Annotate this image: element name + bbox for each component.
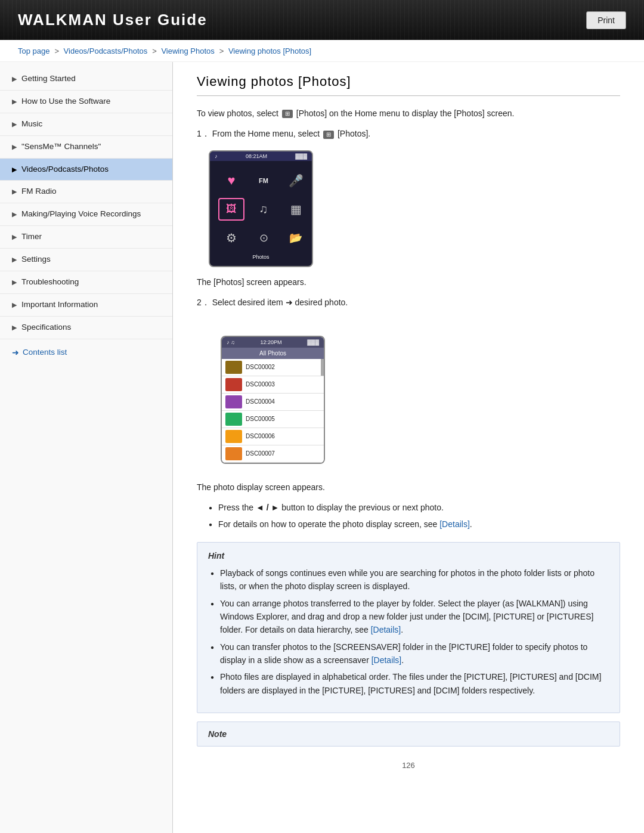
sidebar-item-label: Timer bbox=[21, 231, 42, 243]
arrow-icon: ▶ bbox=[12, 278, 17, 287]
arrow-icon: ▶ bbox=[12, 323, 17, 332]
sidebar-item-label: Making/Playing Voice Recordings bbox=[21, 209, 141, 220]
breadcrumb-sep-2: > bbox=[152, 47, 159, 55]
sidebar-item-settings[interactable]: ▶ Settings bbox=[0, 249, 172, 271]
contents-link-label: Contents list bbox=[23, 348, 67, 357]
breadcrumb-sep-3: > bbox=[219, 47, 226, 55]
photo-thumb-4 bbox=[225, 413, 242, 426]
grid-icon-photos: 🖼 bbox=[218, 198, 244, 221]
sidebar-item-label: Specifications bbox=[21, 322, 71, 333]
grid-icon-sensme: ⊙ bbox=[250, 227, 277, 249]
status-battery-2: ▓▓▓ bbox=[307, 339, 319, 345]
arrow-icon: ▶ bbox=[12, 210, 17, 219]
arrow-icon: ▶ bbox=[12, 255, 17, 264]
hint-item-3: You can transfer photos to the [SCREENSA… bbox=[210, 640, 609, 667]
sidebar-item-fm-radio[interactable]: ▶ FM Radio bbox=[0, 181, 172, 203]
arrow-icon: ▶ bbox=[12, 97, 17, 106]
photo-thumb-1 bbox=[225, 361, 242, 374]
photo-name-3: DSC00004 bbox=[246, 398, 275, 405]
photo-name-6: DSC00007 bbox=[246, 450, 275, 457]
print-button[interactable]: Print bbox=[586, 11, 626, 29]
sidebar-item-timer[interactable]: ▶ Timer bbox=[0, 226, 172, 249]
sidebar-item-label: "SensMe™ Channels" bbox=[21, 141, 101, 153]
sidebar-item-important-info[interactable]: ▶ Important Information bbox=[0, 294, 172, 317]
step-1: 1． From the Home menu, select ⊞ [Photos]… bbox=[197, 127, 620, 140]
sidebar-item-videos-photos[interactable]: ▶ Videos/Podcasts/Photos bbox=[0, 159, 172, 181]
device-screen-1: ♪ 08:21AM ▓▓▓ ♥ FM 🎤 🖼 ♫ ▦ ⚙ bbox=[209, 150, 313, 267]
sidebar-item-specifications[interactable]: ▶ Specifications bbox=[0, 317, 172, 339]
status-left: ♪ bbox=[215, 153, 218, 159]
grid-icon-settings: ⚙ bbox=[218, 227, 244, 249]
details-link-2[interactable]: [Details] bbox=[371, 625, 401, 634]
photo-thumb-5 bbox=[225, 430, 242, 443]
status-battery: ▓▓▓ bbox=[295, 153, 307, 159]
sidebar-item-label: Getting Started bbox=[21, 73, 76, 85]
sidebar-item-label: Videos/Podcasts/Photos bbox=[21, 164, 109, 175]
details-link-1[interactable]: [Details] bbox=[439, 519, 470, 529]
breadcrumb: Top page > Videos/Podcasts/Photos > View… bbox=[0, 40, 644, 62]
sidebar-item-label: Troubleshooting bbox=[21, 277, 79, 288]
all-photos-title: All Photos bbox=[222, 348, 324, 359]
note-box: Note bbox=[197, 721, 620, 747]
contents-arrow-icon: ➜ bbox=[12, 348, 19, 357]
app-title: WALKMAN User Guide bbox=[18, 11, 208, 29]
nav-icons: ◄ / ► bbox=[256, 503, 281, 512]
device-body-1: ♥ FM 🎤 🖼 ♫ ▦ ⚙ ⊙ 📂 Photos bbox=[210, 161, 312, 266]
hint-list: Playback of songs continues even while y… bbox=[210, 566, 609, 698]
photos-list-status: ♪ ♫ 12:20PM ▓▓▓ bbox=[222, 337, 324, 348]
arrow-icon: ▶ bbox=[12, 120, 17, 129]
arrow-icon: ▶ bbox=[12, 75, 17, 83]
sidebar-item-getting-started[interactable]: ▶ Getting Started bbox=[0, 68, 172, 91]
breadcrumb-current[interactable]: Viewing photos [Photos] bbox=[228, 47, 311, 55]
contents-list-link[interactable]: ➜ Contents list bbox=[0, 339, 172, 363]
breadcrumb-top[interactable]: Top page bbox=[18, 47, 50, 55]
device-icon-grid: ♥ FM 🎤 🖼 ♫ ▦ ⚙ ⊙ 📂 bbox=[216, 167, 306, 252]
sidebar: ▶ Getting Started ▶ How to Use the Softw… bbox=[0, 62, 173, 833]
arrow-icon: ▶ bbox=[12, 301, 17, 309]
hint-item-2: You can arrange photos transferred to th… bbox=[210, 597, 609, 637]
grid-icon-mic: 🎤 bbox=[283, 169, 309, 192]
sidebar-item-voice-recordings[interactable]: ▶ Making/Playing Voice Recordings bbox=[0, 203, 172, 226]
sidebar-item-how-to-use[interactable]: ▶ How to Use the Software bbox=[0, 91, 172, 113]
sidebar-item-troubleshooting[interactable]: ▶ Troubleshooting bbox=[0, 271, 172, 294]
photo-name-2: DSC00003 bbox=[246, 381, 275, 388]
main-layout: ▶ Getting Started ▶ How to Use the Softw… bbox=[0, 62, 644, 833]
header: WALKMAN User Guide Print bbox=[0, 0, 644, 40]
scrollbar bbox=[321, 359, 324, 376]
bullet-1: Press the ◄ / ► button to display the pr… bbox=[209, 501, 620, 514]
photo-row-1: DSC00002 bbox=[222, 359, 324, 376]
device-screen-2: ♪ ♫ 12:20PM ▓▓▓ All Photos DSC00002 DSC0… bbox=[221, 336, 325, 464]
sidebar-item-music[interactable]: ▶ Music bbox=[0, 113, 172, 136]
photo-row-3: DSC00004 bbox=[222, 394, 324, 411]
grid-icon-heart: ♥ bbox=[218, 169, 244, 192]
photos-icon-2: ⊞ bbox=[323, 131, 334, 139]
photo-name-1: DSC00002 bbox=[246, 364, 275, 370]
status-bar-1: ♪ 08:21AM ▓▓▓ bbox=[210, 151, 312, 161]
grid-icon-video: ▦ bbox=[283, 198, 309, 221]
sidebar-item-label: Important Information bbox=[21, 299, 98, 311]
photo-row-4: DSC00005 bbox=[222, 411, 324, 428]
screen1-appears-text: The [Photos] screen appears. bbox=[197, 275, 620, 289]
page-number: 126 bbox=[197, 755, 620, 782]
details-link-3[interactable]: [Details] bbox=[371, 655, 402, 665]
photo-thumb-3 bbox=[225, 395, 242, 408]
photo-name-4: DSC00005 bbox=[246, 416, 275, 422]
device-screen-2-wrapper: ♪ ♫ 12:20PM ▓▓▓ All Photos DSC00002 DSC0… bbox=[209, 327, 325, 472]
photo-thumb-6 bbox=[225, 447, 242, 460]
sidebar-item-sensme[interactable]: ▶ "SensMe™ Channels" bbox=[0, 136, 172, 159]
device-screen-1-label: Photos bbox=[216, 254, 306, 260]
arrow-icon: ▶ bbox=[12, 143, 17, 151]
main-content: Viewing photos [Photos] To view photos, … bbox=[173, 62, 644, 833]
hint-title: Hint bbox=[208, 551, 609, 561]
breadcrumb-viewing[interactable]: Viewing Photos bbox=[161, 47, 214, 55]
hint-item-1: Playback of songs continues even while y… bbox=[210, 566, 609, 593]
breadcrumb-videos[interactable]: Videos/Podcasts/Photos bbox=[64, 47, 148, 55]
photo-display-text: The photo display screen appears. bbox=[197, 481, 620, 494]
step-2-number: 2． bbox=[197, 298, 210, 307]
arrow-icon: ▶ bbox=[12, 187, 17, 196]
status-time-2: 12:20PM bbox=[261, 339, 282, 345]
note-title: Note bbox=[208, 729, 609, 739]
breadcrumb-sep-1: > bbox=[54, 47, 61, 55]
arrow-icon: ▶ bbox=[12, 233, 17, 241]
intro-text: To view photos, select ⊞ [Photos] on the… bbox=[197, 107, 620, 120]
